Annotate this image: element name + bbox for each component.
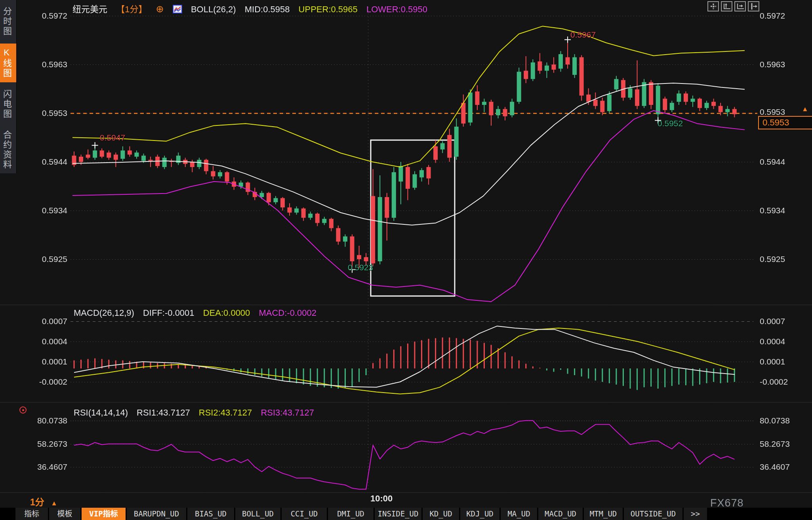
axis-play-icon[interactable] xyxy=(734,1,746,11)
chart-canvas[interactable] xyxy=(0,0,812,520)
crosshair-icon[interactable] xyxy=(707,1,719,11)
price-extreme-label: 0.5952 xyxy=(658,119,683,128)
footer-period-label[interactable]: 1分 xyxy=(30,497,44,507)
main-axis-right-label: 0.5934 xyxy=(760,206,810,215)
rsi-indicator-label: RSI(14,14,14) xyxy=(74,408,128,418)
macd-axis-left-label: 0.0001 xyxy=(23,357,67,366)
tab--[interactable]: 指标 xyxy=(15,508,48,520)
symbol-name: 纽元美元 xyxy=(72,4,107,14)
macd-diff-value: DIFF:-0.0001 xyxy=(143,308,194,318)
rsi-axis-left-label: 80.0738 xyxy=(23,416,67,425)
footer-period-arrow-icon[interactable]: ▲ xyxy=(51,499,57,507)
rsi1-value: RSI1:43.7127 xyxy=(137,408,190,418)
shift-right-icon[interactable] xyxy=(748,1,759,11)
tab-mtm-ud[interactable]: MTM_UD xyxy=(584,508,623,520)
trading-app-window: 分时图K线图闪电图合约资料 纽元美元 【1分】 ⊕ BOLL(26,2) MID… xyxy=(0,0,812,520)
main-axis-right-label: 0.5972 xyxy=(760,11,810,21)
sidebar-item-1[interactable]: K线图 xyxy=(0,44,16,82)
price-extreme-label: 0.5923 xyxy=(348,263,373,272)
rsi-header: RSI(14,14,14) RSI1:43.7127 RSI2:43.7127 … xyxy=(74,408,320,418)
macd-axis-right-label: 0.0001 xyxy=(760,357,810,366)
boll-upper-value: UPPER:0.5965 xyxy=(299,4,358,14)
main-axis-left-label: 0.5944 xyxy=(23,157,67,167)
main-axis-left-label: 0.5972 xyxy=(23,11,67,21)
rsi2-value: RSI2:43.7127 xyxy=(199,408,252,418)
tab-boll-ud[interactable]: BOLL_UD xyxy=(235,508,280,520)
macd-dea-value: DEA:0.0000 xyxy=(203,308,250,318)
tab-ma-ud[interactable]: MA_UD xyxy=(501,508,537,520)
current-price-tag: 0.5953 xyxy=(758,116,812,129)
macd-axis-right-label: -0.0002 xyxy=(760,377,810,387)
price-extreme-label: 0.5947 xyxy=(100,133,125,142)
indicator-chart-icon[interactable] xyxy=(173,5,182,16)
footer-period-selector[interactable]: 1分 ▲ xyxy=(30,495,57,508)
chart-toolbar xyxy=(707,1,759,11)
main-axis-left-label: 0.5963 xyxy=(23,60,67,69)
tab-outside-ud[interactable]: OUTSIDE_UD xyxy=(624,508,682,520)
rsi-axis-right-label: 80.0738 xyxy=(760,416,810,425)
tab-cci-ud[interactable]: CCI_UD xyxy=(282,508,327,520)
sidebar-item-0[interactable]: 分时图 xyxy=(0,3,16,40)
price-up-arrow-icon: ▲ xyxy=(802,105,808,113)
rsi3-value: RSI3:43.7127 xyxy=(261,408,314,418)
boll-mid-value: MID:0.5958 xyxy=(245,4,290,14)
tab--[interactable]: 模板 xyxy=(49,508,80,520)
tab-kd-ud[interactable]: KD_UD xyxy=(423,508,459,520)
left-sidebar: 分时图K线图闪电图合约资料 xyxy=(0,0,17,173)
macd-axis-right-label: 0.0004 xyxy=(760,337,810,346)
tab-kdj-ud[interactable]: KDJ_UD xyxy=(460,508,499,520)
main-axis-right-label: 0.5944 xyxy=(760,157,810,167)
rsi-axis-left-label: 36.4607 xyxy=(23,462,67,472)
tab-dmi-ud[interactable]: DMI_UD xyxy=(328,508,374,520)
circle-plus-icon[interactable]: ⊕ xyxy=(156,4,164,14)
macd-axis-left-label: 0.0004 xyxy=(23,337,67,346)
period-label[interactable]: 【1分】 xyxy=(116,4,147,14)
time-axis-label: 10:00 xyxy=(370,493,393,504)
axis-zoom-up-icon[interactable] xyxy=(721,1,732,11)
sidebar-item-2[interactable]: 闪电图 xyxy=(0,85,16,123)
tab-bias-ud[interactable]: BIAS_UD xyxy=(187,508,234,520)
tab--[interactable]: >> xyxy=(684,508,707,520)
macd-axis-left-label: -0.0002 xyxy=(23,377,67,387)
macd-axis-left-label: 0.0007 xyxy=(23,317,67,326)
boll-indicator-label: BOLL(26,2) xyxy=(191,4,236,14)
indicator-target-icon[interactable] xyxy=(19,406,27,414)
main-axis-left-label: 0.5925 xyxy=(23,254,67,264)
boll-lower-value: LOWER:0.5950 xyxy=(366,4,427,14)
macd-macd-value: MACD:-0.0002 xyxy=(259,308,316,318)
main-axis-left-label: 0.5953 xyxy=(23,108,67,118)
sidebar-item-3[interactable]: 合约资料 xyxy=(0,126,16,174)
price-extreme-label: 0.5967 xyxy=(570,30,596,40)
main-axis-right-label: 0.5963 xyxy=(760,60,810,69)
rsi-axis-right-label: 58.2673 xyxy=(760,439,810,449)
tab-macd-ud[interactable]: MACD_UD xyxy=(538,508,583,520)
tab-vip-[interactable]: VIP指标 xyxy=(82,508,126,520)
bottom-tab-bar: 指标模板VIP指标BARUPDN_UDBIAS_UDBOLL_UDCCI_UDD… xyxy=(0,508,812,520)
tab-barupdn-ud[interactable]: BARUPDN_UD xyxy=(127,508,186,520)
macd-axis-right-label: 0.0007 xyxy=(760,317,810,326)
main-axis-right-label: 0.5925 xyxy=(760,254,810,264)
main-axis-left-label: 0.5934 xyxy=(23,206,67,215)
macd-header: MACD(26,12,9) DIFF:-0.0001 DEA:0.0000 MA… xyxy=(74,308,323,318)
tab-inside-ud[interactable]: INSIDE_UD xyxy=(375,508,421,520)
main-chart-header: 纽元美元 【1分】 ⊕ BOLL(26,2) MID:0.5958 UPPER:… xyxy=(72,2,434,16)
rsi-axis-left-label: 58.2673 xyxy=(23,439,67,449)
rsi-axis-right-label: 36.4607 xyxy=(760,462,810,472)
macd-indicator-label: MACD(26,12,9) xyxy=(74,308,134,318)
